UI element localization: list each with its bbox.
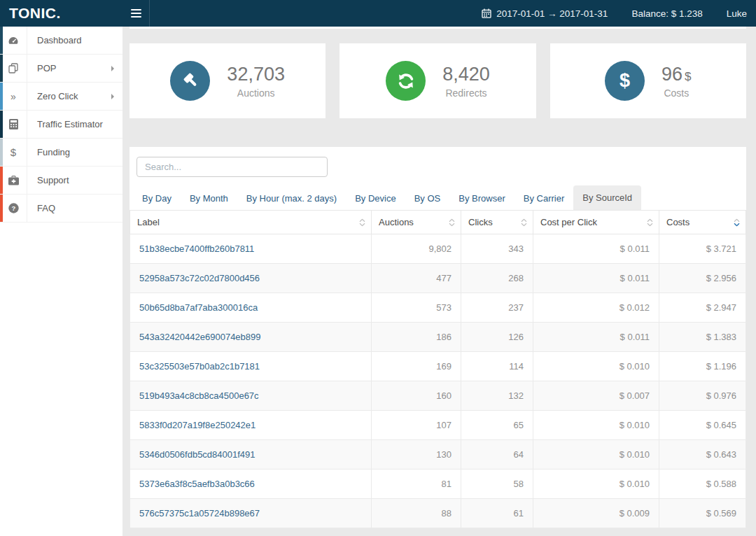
column-header-label[interactable]: Label (130, 211, 372, 234)
sort-carets[interactable] (521, 218, 527, 226)
column-title: Cost per Click (540, 217, 597, 227)
cell-cost-per-click: $ 0.010 (533, 440, 659, 470)
sidebar-item-support[interactable]: Support (0, 167, 122, 195)
tab-by-hour[interactable]: By Hour (max. 2 days) (237, 187, 346, 210)
hamburger-menu-button[interactable] (122, 0, 150, 27)
sidebar-item-funding[interactable]: $ Funding (0, 139, 122, 167)
column-header-clicks[interactable]: Clicks (461, 211, 533, 234)
cell-clicks: 343 (461, 234, 533, 264)
sidebar-item-label: Zero Click (27, 91, 78, 101)
table-row: 5373e6a3f8c5aefb3a0b3c66 81 58 $ 0.010 $… (130, 470, 746, 499)
stat-circle (386, 61, 426, 101)
sidebar-nav: Dashboard POP » Zero Click (0, 27, 122, 536)
sidebar-item-label: Funding (27, 147, 70, 157)
table-row: 5833f0d207a19f8e250242e1 107 65 $ 0.010 … (130, 411, 746, 440)
table-row: 5346d0506fdb5cd84001f491 130 64 $ 0.010 … (130, 440, 746, 470)
column-header-auctions[interactable]: Auctions (372, 211, 461, 234)
cell-costs: $ 3.721 (659, 234, 746, 264)
stat-label: Auctions (227, 87, 285, 99)
user-menu[interactable]: Luke (727, 8, 747, 19)
sort-carets[interactable] (359, 218, 365, 226)
refresh-icon (396, 71, 416, 91)
cell-costs: $ 1.383 (659, 323, 746, 352)
source-id-link[interactable]: 5373e6a3f8c5aefb3a0b3c66 (139, 479, 255, 489)
cell-auctions: 186 (372, 323, 461, 352)
sidebar-item-label: FAQ (27, 203, 55, 213)
table-row: 53c325503e57b0ab2c1b7181 169 114 $ 0.010… (130, 352, 746, 381)
column-header-costs[interactable]: Costs (659, 211, 746, 234)
sidebar-item-faq[interactable]: ? FAQ (0, 195, 122, 223)
cell-clicks: 64 (461, 440, 533, 470)
search-input[interactable] (136, 157, 328, 177)
cell-cost-per-click: $ 0.009 (533, 499, 659, 528)
column-title: Costs (666, 217, 690, 227)
tab-by-sourceid[interactable]: By SourceId (573, 185, 641, 210)
accent-strip (0, 111, 3, 138)
column-title: Clicks (468, 217, 493, 227)
medkit-icon (0, 167, 27, 194)
cell-clicks: 58 (461, 470, 533, 499)
source-id-link[interactable]: 543a32420442e690074eb899 (139, 332, 261, 342)
source-id-link[interactable]: 519b493a4c8cb8ca4500e67c (139, 390, 259, 401)
table-row: 519b493a4c8cb8ca4500e67c 160 132 $ 0.007… (130, 381, 746, 411)
top-navbar: TONIC. 2017-01-01 → 2017-01-31 (0, 0, 756, 27)
cell-cost-per-click: $ 0.010 (533, 470, 659, 499)
sidebar-item-zero-click[interactable]: » Zero Click (0, 83, 122, 111)
stat-card-costs: $ 96$ Costs (550, 43, 746, 118)
sidebar-item-label: Dashboard (27, 35, 82, 45)
submenu-chevron-icon (111, 66, 114, 71)
source-id-link[interactable]: 51b38ecbe7400ffb260b7811 (139, 244, 254, 254)
column-title: Auctions (379, 217, 414, 227)
cell-costs: $ 0.588 (659, 470, 746, 499)
cell-cost-per-click: $ 0.010 (533, 411, 659, 440)
tachometer-icon (0, 27, 27, 54)
column-header-cost-per-click[interactable]: Cost per Click (533, 211, 659, 234)
dollar-icon: $ (0, 139, 27, 166)
source-id-link[interactable]: 576c57375c1a05724b898e67 (139, 508, 260, 519)
cell-cost-per-click: $ 0.010 (533, 352, 659, 381)
accent-strip (0, 139, 3, 166)
stat-value: 32,703 (227, 64, 285, 85)
tab-by-day[interactable]: By Day (133, 187, 181, 210)
tab-by-os[interactable]: By OS (405, 187, 450, 210)
cell-costs: $ 0.569 (659, 499, 746, 528)
sort-carets[interactable] (734, 218, 740, 226)
table-row: 576c57375c1a05724b898e67 88 61 $ 0.009 $… (130, 499, 746, 528)
sidebar-item-dashboard[interactable]: Dashboard (0, 27, 122, 55)
sort-carets[interactable] (449, 218, 455, 226)
tab-by-carrier[interactable]: By Carrier (514, 187, 574, 210)
cell-clicks: 132 (461, 381, 533, 411)
tab-by-month[interactable]: By Month (181, 187, 237, 210)
source-id-link[interactable]: 53c325503e57b0ab2c1b7181 (139, 361, 260, 372)
gavel-icon (181, 71, 200, 90)
sidebar-item-traffic-estimator[interactable]: Traffic Estimator (0, 111, 122, 139)
source-id-link[interactable]: 50b65d8ba7af7aba300016ca (139, 302, 258, 313)
report-tabs: By Day By Month By Hour (max. 2 days) By… (130, 185, 746, 210)
tab-by-browser[interactable]: By Browser (449, 187, 514, 210)
cell-cost-per-click: $ 0.007 (533, 381, 659, 411)
sidebar-item-pop[interactable]: POP (0, 55, 122, 83)
cell-auctions: 88 (372, 499, 461, 528)
sidebar-item-label: Traffic Estimator (27, 119, 103, 129)
source-id-link[interactable]: 5346d0506fdb5cd84001f491 (139, 449, 255, 460)
table-row: 50b65d8ba7af7aba300016ca 573 237 $ 0.012… (130, 293, 746, 323)
source-id-link[interactable]: 5833f0d207a19f8e250242e1 (139, 420, 255, 430)
stat-value: 8,420 (442, 64, 490, 85)
brand-logo: TONIC. (0, 5, 122, 22)
angle-double-right-icon: » (0, 83, 27, 110)
dollar-icon: $ (620, 70, 630, 92)
cell-auctions: 107 (372, 411, 461, 440)
question-circle-icon: ? (0, 195, 27, 222)
submenu-chevron-icon (111, 94, 114, 99)
sort-carets[interactable] (647, 218, 653, 226)
table-row: 52958a573c72c02d7800d456 477 268 $ 0.011… (130, 264, 746, 293)
stat-label: Costs (662, 87, 692, 99)
cell-clicks: 61 (461, 499, 533, 528)
sourceid-table: Label Auctions Click (130, 210, 746, 528)
stat-card-redirects: 8,420 Redirects (340, 43, 536, 118)
source-id-link[interactable]: 52958a573c72c02d7800d456 (139, 273, 260, 283)
tab-by-device[interactable]: By Device (346, 187, 405, 210)
date-range-picker[interactable]: 2017-01-01 → 2017-01-31 (482, 8, 608, 19)
date-range-label: 2017-01-01 → 2017-01-31 (496, 8, 608, 19)
stat-circle (170, 61, 210, 101)
